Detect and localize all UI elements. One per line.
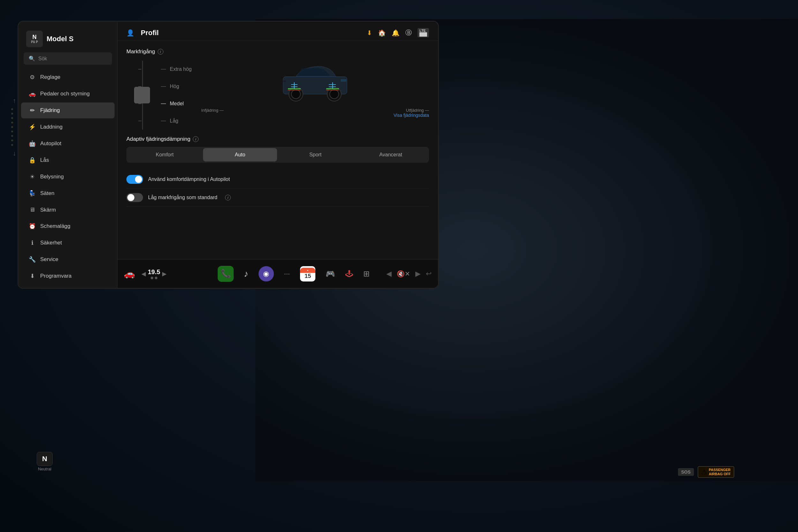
bluetooth-icon[interactable]: Ⓑ — [405, 28, 412, 37]
car-visualization: Infjädring — Utfjädring — Visa fjädrings… — [198, 61, 429, 118]
svg-rect-16 — [283, 80, 286, 82]
sidebar-item-belysning[interactable]: ☀ Belysning — [21, 169, 115, 185]
svg-rect-15 — [341, 79, 346, 82]
temperature-control: ◀ 19.5 ▶ — [141, 268, 167, 279]
schemalägg-label: Schemalägg — [40, 223, 71, 229]
download-icon[interactable]: ⬇ — [367, 29, 372, 37]
temp-decrease-button[interactable]: ◀ — [141, 270, 146, 277]
return-button[interactable]: ↩ — [426, 270, 432, 278]
lag-markfrigång-info-icon[interactable]: i — [225, 195, 231, 201]
damping-option-auto[interactable]: Auto — [203, 148, 277, 162]
clearance-options-list: Extra hög Hög Medel — [149, 61, 191, 130]
apps-icon[interactable]: ⊞ — [363, 269, 369, 278]
clearance-option-lag[interactable]: Låg — [161, 112, 191, 130]
option-dash — [161, 103, 166, 104]
sidebar-item-programvara[interactable]: ⬇ Programvara — [21, 268, 115, 284]
panel-body: Markfrigång i — [117, 41, 438, 259]
ground-clearance-title: Markfrigång i — [127, 49, 429, 55]
las-label: Lås — [40, 157, 49, 164]
las-icon: 🔒 — [29, 157, 36, 164]
service-icon: 🔧 — [29, 256, 36, 263]
lag-markfrigång-toggle[interactable] — [127, 193, 143, 202]
car-taskbar-icon[interactable]: 🚗 — [124, 268, 135, 279]
taskbar-left: 🚗 ◀ 19.5 ▶ — [124, 268, 213, 279]
camera-app-icon[interactable]: ◉ — [259, 266, 274, 282]
sidebar-item-autopilot[interactable]: 🤖 Autopilot — [21, 136, 115, 152]
nav-next-button[interactable]: ▶ — [415, 270, 421, 278]
sos-badge[interactable]: SOS — [678, 468, 694, 476]
programvara-label: Programvara — [40, 273, 72, 279]
sidebar-item-laddning[interactable]: ⚡ Laddning — [21, 119, 115, 135]
laddning-label: Laddning — [40, 124, 62, 130]
sidebar-header: N På P Model S — [19, 22, 117, 52]
ground-clearance-slider[interactable] — [127, 61, 143, 130]
damping-option-komfort[interactable]: Komfort — [128, 148, 202, 162]
sidebar-item-schemalägg[interactable]: ⏰ Schemalägg — [21, 218, 115, 234]
phone-app-icon[interactable]: 📞 — [218, 266, 234, 282]
toggle-knob — [127, 194, 134, 201]
reglage-label: Reglage — [40, 74, 60, 80]
neutral-gear-indicator: N Neutral — [37, 452, 53, 471]
service-label: Service — [40, 256, 58, 263]
lag-markfrigång-label: Låg markfrigång som standard — [148, 195, 217, 201]
arcade-app-icon[interactable]: 🕹 — [345, 269, 353, 278]
temp-dot-1 — [151, 277, 153, 279]
bell-icon[interactable]: 🔔 — [392, 29, 400, 37]
slider-handle[interactable] — [134, 87, 150, 103]
toggle-row-markfrigång: Låg markfrigång som standard i — [127, 189, 429, 207]
home-icon[interactable]: 🏠 — [378, 29, 386, 37]
sidebar-item-service[interactable]: 🔧 Service — [21, 251, 115, 267]
sidebar-item-reglage[interactable]: ⚙ Reglage — [21, 69, 115, 85]
sidebar-item-skarm[interactable]: 🖥 Skärm — [21, 202, 115, 217]
pedaler-label: Pedaler och styrning — [40, 91, 90, 97]
car-xray-image — [277, 61, 353, 105]
temp-display: 19.5 — [148, 268, 160, 279]
option-dash — [161, 69, 166, 70]
adaptive-damping-info-icon[interactable]: i — [193, 136, 198, 142]
komfort-autopilot-label: Använd komfortdämpning i Autopilot — [148, 176, 230, 182]
profile-icon: 👤 — [127, 29, 134, 37]
clearance-option-extra-hog[interactable]: Extra hög — [161, 61, 191, 78]
taskbar: 🚗 ◀ 19.5 ▶ — [117, 259, 438, 288]
sidebar-item-fjadring[interactable]: ✏ Fjädring — [21, 102, 115, 118]
gear-selector[interactable]: N På P — [26, 31, 43, 47]
temp-dots — [151, 277, 157, 279]
sidebar-item-pedaler[interactable]: 🚗 Pedaler och styrning — [21, 86, 115, 102]
clearance-section: Extra hög Hög Medel — [127, 61, 429, 130]
tick-4 — [138, 121, 141, 121]
sidebar-item-sakerhet[interactable]: ℹ Säkerhet — [21, 235, 115, 251]
games-app-icon[interactable]: 🎮 — [326, 269, 335, 278]
clearance-option-medel[interactable]: Medel — [161, 95, 191, 112]
more-app-icon[interactable]: ··· — [284, 270, 290, 278]
komfort-autopilot-toggle[interactable] — [127, 175, 143, 184]
gear-letter: N — [33, 34, 37, 40]
programvara-icon: ⬇ — [29, 272, 36, 280]
sidebar-item-navigering[interactable]: 🧭 Navigering — [21, 285, 115, 288]
header-icons: ⬇ 🏠 🔔 Ⓑ LTE▉▉▉ — [367, 28, 429, 37]
skarm-label: Skärm — [40, 207, 56, 213]
neutral-display[interactable]: N — [37, 452, 53, 466]
option-label: Hög — [170, 83, 179, 89]
car-xray-svg — [277, 61, 353, 105]
damping-option-avancerat[interactable]: Avancerat — [354, 148, 428, 162]
calendar-header: ▪ — [300, 268, 316, 273]
music-app-icon[interactable]: ♪ — [244, 269, 248, 279]
infjadring-label: Infjädring — — [201, 108, 224, 118]
airbag-label-2: AIRBAG OFF — [709, 472, 730, 476]
schemalägg-icon: ⏰ — [29, 223, 36, 230]
sidebar-item-saten[interactable]: 💺 Säten — [21, 185, 115, 202]
saten-label: Säten — [40, 190, 54, 196]
mute-button[interactable]: 🔇✕ — [397, 270, 410, 278]
sidebar-item-las[interactable]: 🔒 Lås — [21, 152, 115, 168]
calendar-app-icon[interactable]: ▪ 15 — [300, 266, 316, 282]
search-bar[interactable]: 🔍 Sök — [24, 52, 112, 65]
sidebar-nav: ⚙ Reglage 🚗 Pedaler och styrning ✏ Fjädr… — [19, 69, 117, 288]
ground-clearance-info-icon[interactable]: i — [158, 49, 164, 55]
clearance-option-hog[interactable]: Hög — [161, 78, 191, 95]
damping-option-sport[interactable]: Sport — [278, 148, 353, 162]
temp-increase-button[interactable]: ▶ — [162, 270, 167, 277]
nav-prev-button[interactable]: ◀ — [386, 270, 392, 278]
svg-point-2 — [291, 90, 300, 99]
belysning-label: Belysning — [40, 174, 64, 180]
visa-fjadring-link[interactable]: Visa fjädringsdata — [394, 113, 429, 118]
